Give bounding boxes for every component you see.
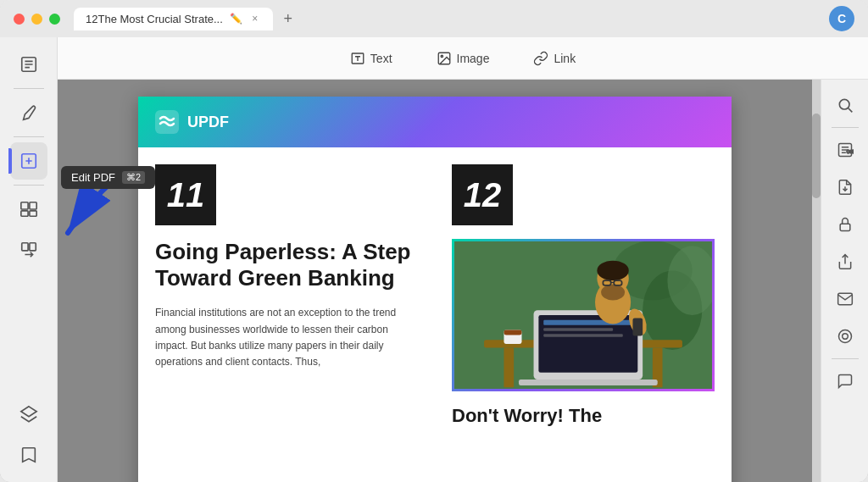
- number-badge-12: 12: [452, 164, 513, 225]
- svg-line-41: [848, 108, 852, 113]
- minimize-button[interactable]: [31, 14, 42, 25]
- svg-rect-25: [519, 380, 658, 385]
- pdf-page: UPDF 11 Going Paperless: A Step Toward G…: [138, 97, 732, 482]
- import-button[interactable]: [828, 170, 862, 204]
- sidebar-icon-layers[interactable]: [10, 396, 47, 433]
- svg-rect-37: [632, 319, 643, 336]
- pdf-content: 11 Going Paperless: A Step Toward Green …: [138, 147, 732, 457]
- save-button[interactable]: [828, 319, 862, 353]
- tab-title: 12The Most Crucial Strate...: [86, 13, 223, 25]
- edit-icon: ✏️: [230, 13, 242, 25]
- maximize-button[interactable]: [49, 14, 60, 25]
- svg-point-48: [842, 334, 848, 340]
- chat-button[interactable]: [828, 364, 862, 398]
- pdf-viewer[interactable]: UPDF 11 Going Paperless: A Step Toward G…: [58, 80, 812, 482]
- pdf-left-column: 11 Going Paperless: A Step Toward Green …: [155, 164, 426, 440]
- app-body: Text Image: [0, 37, 868, 482]
- svg-rect-5: [20, 202, 27, 209]
- svg-rect-39: [504, 330, 521, 335]
- titlebar: 12The Most Crucial Strate... ✏️ × + C: [0, 0, 868, 37]
- left-sidebar: [0, 37, 58, 482]
- pdf-right-column: 12: [443, 164, 715, 440]
- active-indicator: [8, 148, 12, 174]
- updf-logo: UPDF: [155, 110, 229, 134]
- email-button[interactable]: [828, 282, 862, 316]
- svg-rect-28: [543, 334, 623, 337]
- svg-text:OCR: OCR: [846, 149, 853, 154]
- image-label: Image: [457, 52, 490, 65]
- close-button[interactable]: [14, 14, 25, 25]
- top-toolbar: Text Image: [58, 37, 868, 80]
- ocr-button[interactable]: OCR: [828, 133, 862, 167]
- app-window: 12The Most Crucial Strate... ✏️ × + C: [0, 0, 868, 482]
- number-badge-11: 11: [155, 164, 216, 225]
- svg-marker-11: [20, 407, 36, 417]
- sidebar-divider-1: [14, 88, 44, 89]
- updf-logo-icon: [155, 110, 179, 134]
- svg-point-32: [601, 285, 625, 301]
- svg-rect-27: [543, 328, 613, 331]
- svg-rect-15: [155, 110, 179, 134]
- scrollbar-thumb[interactable]: [812, 114, 821, 198]
- sidebar-icon-reader[interactable]: [10, 46, 47, 83]
- tooltip-shortcut: ⌘2: [122, 171, 145, 184]
- active-tab[interactable]: 12The Most Crucial Strate... ✏️ ×: [74, 8, 273, 30]
- tab-bar: 12The Most Crucial Strate... ✏️ × +: [74, 7, 300, 30]
- svg-rect-7: [20, 211, 27, 216]
- tooltip: Edit PDF ⌘2: [61, 166, 155, 189]
- svg-point-40: [839, 99, 849, 109]
- link-button[interactable]: Link: [525, 46, 584, 71]
- pdf-image-inner: [454, 241, 712, 389]
- updf-brand-text: UPDF: [187, 114, 229, 131]
- sidebar-icon-bookmark[interactable]: [10, 436, 47, 474]
- share-button[interactable]: [828, 245, 862, 279]
- svg-rect-8: [29, 211, 36, 216]
- protect-button[interactable]: [828, 208, 862, 241]
- sidebar-icon-convert[interactable]: [10, 231, 47, 269]
- right-sidebar-divider-2: [832, 358, 859, 359]
- text-button[interactable]: Text: [342, 46, 401, 71]
- person-illustration: [454, 241, 712, 389]
- avatar: C: [829, 6, 854, 31]
- svg-point-31: [597, 261, 628, 280]
- text-label: Text: [370, 52, 392, 65]
- svg-rect-6: [29, 202, 36, 209]
- search-button[interactable]: [828, 88, 862, 122]
- tooltip-label: Edit PDF: [71, 171, 115, 184]
- link-label: Link: [554, 52, 576, 65]
- right-sidebar: OCR: [821, 80, 868, 482]
- pdf-image: [452, 239, 715, 391]
- svg-rect-21: [504, 348, 514, 388]
- tab-close-button[interactable]: ×: [249, 13, 261, 25]
- pdf-header: UPDF: [138, 97, 732, 147]
- scrollbar-track[interactable]: [812, 80, 821, 482]
- add-tab-button[interactable]: +: [276, 7, 300, 30]
- pdf-right-heading: Don't Worry! The: [452, 405, 715, 427]
- traffic-lights: [14, 14, 60, 25]
- sidebar-divider-2: [14, 136, 44, 137]
- pdf-body: Financial institutions are not an except…: [155, 305, 418, 370]
- image-button[interactable]: Image: [428, 46, 498, 71]
- svg-point-14: [441, 55, 442, 57]
- svg-rect-9: [21, 243, 27, 251]
- right-sidebar-divider-1: [832, 127, 859, 128]
- sidebar-icon-edit[interactable]: [10, 142, 47, 180]
- pdf-heading: Going Paperless: A Step Toward Green Ban…: [155, 239, 418, 291]
- svg-rect-10: [29, 243, 35, 251]
- sidebar-icon-organize[interactable]: [10, 191, 47, 228]
- main-area: Text Image: [58, 37, 868, 482]
- svg-rect-45: [840, 224, 850, 230]
- sidebar-divider-3: [14, 185, 44, 186]
- sidebar-icon-markup[interactable]: [10, 94, 47, 131]
- svg-point-47: [838, 330, 851, 343]
